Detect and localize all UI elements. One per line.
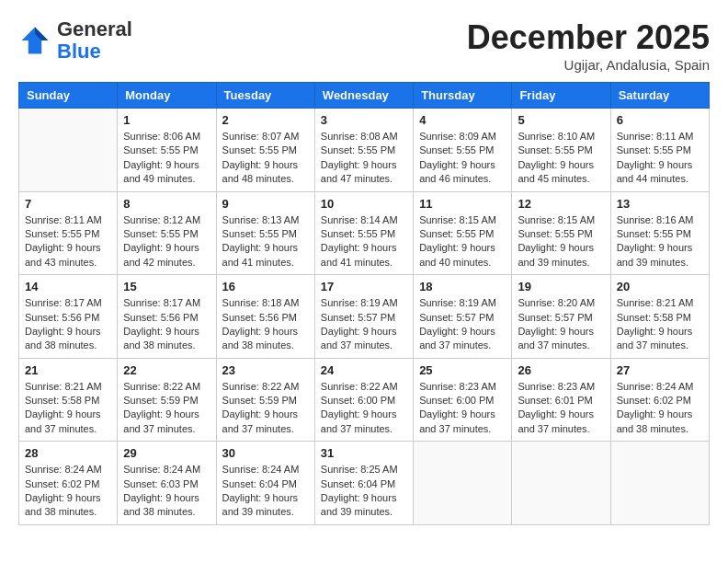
- cell-info: Sunrise: 8:11 AMSunset: 5:55 PMDaylight:…: [617, 130, 703, 187]
- calendar-cell: 26Sunrise: 8:23 AMSunset: 6:01 PMDayligh…: [512, 358, 610, 442]
- day-number: 13: [617, 197, 703, 211]
- day-number: 10: [321, 197, 407, 211]
- day-number: 1: [123, 113, 210, 127]
- calendar-cell: 12Sunrise: 8:15 AMSunset: 5:55 PMDayligh…: [512, 191, 610, 275]
- day-number: 4: [419, 113, 506, 127]
- day-number: 19: [518, 280, 604, 293]
- cell-info: Sunrise: 8:24 AMSunset: 6:02 PMDaylight:…: [617, 380, 703, 437]
- day-number: 15: [123, 280, 210, 293]
- calendar-cell: 20Sunrise: 8:21 AMSunset: 5:58 PMDayligh…: [610, 275, 709, 359]
- logo-icon: [18, 24, 51, 57]
- day-number: 8: [123, 197, 210, 211]
- weekday-header: Monday: [118, 83, 216, 109]
- calendar-cell: [610, 442, 709, 525]
- calendar-cell: 6Sunrise: 8:11 AMSunset: 5:55 PMDaylight…: [610, 109, 709, 192]
- calendar-cell: 24Sunrise: 8:22 AMSunset: 6:00 PMDayligh…: [314, 358, 413, 442]
- logo-general: General: [57, 17, 132, 40]
- calendar-cell: 17Sunrise: 8:19 AMSunset: 5:57 PMDayligh…: [314, 275, 413, 359]
- calendar-cell: [512, 442, 610, 525]
- cell-info: Sunrise: 8:07 AMSunset: 5:55 PMDaylight:…: [222, 130, 309, 187]
- cell-info: Sunrise: 8:17 AMSunset: 5:56 PMDaylight:…: [25, 296, 111, 353]
- calendar-cell: 5Sunrise: 8:10 AMSunset: 5:55 PMDaylight…: [512, 109, 610, 192]
- day-number: 31: [321, 446, 407, 460]
- cell-info: Sunrise: 8:15 AMSunset: 5:55 PMDaylight:…: [518, 213, 604, 270]
- location: Ugijar, Andalusia, Spain: [467, 57, 710, 73]
- cell-info: Sunrise: 8:22 AMSunset: 6:00 PMDaylight:…: [321, 380, 407, 437]
- day-number: 22: [123, 363, 210, 377]
- cell-info: Sunrise: 8:13 AMSunset: 5:55 PMDaylight:…: [222, 213, 309, 270]
- day-number: 28: [25, 446, 111, 460]
- calendar-cell: 7Sunrise: 8:11 AMSunset: 5:55 PMDaylight…: [19, 191, 118, 275]
- cell-info: Sunrise: 8:17 AMSunset: 5:56 PMDaylight:…: [123, 296, 210, 353]
- calendar-week-row: 1Sunrise: 8:06 AMSunset: 5:55 PMDaylight…: [19, 109, 710, 192]
- calendar-cell: 21Sunrise: 8:21 AMSunset: 5:58 PMDayligh…: [19, 358, 118, 442]
- cell-info: Sunrise: 8:21 AMSunset: 5:58 PMDaylight:…: [617, 296, 703, 353]
- day-number: 14: [25, 280, 111, 293]
- calendar-cell: 27Sunrise: 8:24 AMSunset: 6:02 PMDayligh…: [610, 358, 709, 442]
- cell-info: Sunrise: 8:18 AMSunset: 5:56 PMDaylight:…: [222, 296, 309, 353]
- day-number: 26: [518, 363, 604, 377]
- calendar-cell: 23Sunrise: 8:22 AMSunset: 5:59 PMDayligh…: [216, 358, 314, 442]
- day-number: 17: [321, 280, 407, 293]
- calendar-cell: 14Sunrise: 8:17 AMSunset: 5:56 PMDayligh…: [19, 275, 118, 359]
- weekday-header: Wednesday: [314, 83, 413, 109]
- logo-blue: Blue: [57, 40, 101, 63]
- calendar-cell: 16Sunrise: 8:18 AMSunset: 5:56 PMDayligh…: [216, 275, 314, 359]
- day-number: 25: [419, 363, 506, 377]
- cell-info: Sunrise: 8:22 AMSunset: 5:59 PMDaylight:…: [222, 380, 309, 437]
- cell-info: Sunrise: 8:22 AMSunset: 5:59 PMDaylight:…: [123, 380, 210, 437]
- cell-info: Sunrise: 8:10 AMSunset: 5:55 PMDaylight:…: [518, 130, 604, 187]
- logo-text: General Blue: [57, 18, 132, 63]
- day-number: 27: [617, 363, 703, 377]
- calendar: SundayMondayTuesdayWednesdayThursdayFrid…: [18, 82, 710, 525]
- day-number: 21: [25, 363, 111, 377]
- cell-info: Sunrise: 8:09 AMSunset: 5:55 PMDaylight:…: [419, 130, 506, 187]
- cell-info: Sunrise: 8:24 AMSunset: 6:02 PMDaylight:…: [25, 463, 111, 520]
- cell-info: Sunrise: 8:11 AMSunset: 5:55 PMDaylight:…: [25, 213, 111, 270]
- cell-info: Sunrise: 8:25 AMSunset: 6:04 PMDaylight:…: [321, 463, 407, 520]
- day-number: 24: [321, 363, 407, 377]
- weekday-header: Friday: [512, 83, 610, 109]
- cell-info: Sunrise: 8:23 AMSunset: 6:00 PMDaylight:…: [419, 380, 506, 437]
- day-number: 16: [222, 280, 309, 293]
- cell-info: Sunrise: 8:12 AMSunset: 5:55 PMDaylight:…: [123, 213, 210, 270]
- calendar-cell: 1Sunrise: 8:06 AMSunset: 5:55 PMDaylight…: [118, 109, 216, 192]
- weekday-header: Sunday: [19, 83, 118, 109]
- day-number: 29: [123, 446, 210, 460]
- cell-info: Sunrise: 8:06 AMSunset: 5:55 PMDaylight:…: [123, 130, 210, 187]
- weekday-header: Thursday: [414, 83, 512, 109]
- cell-info: Sunrise: 8:21 AMSunset: 5:58 PMDaylight:…: [25, 380, 111, 437]
- cell-info: Sunrise: 8:14 AMSunset: 5:55 PMDaylight:…: [321, 213, 407, 270]
- day-number: 7: [25, 197, 111, 211]
- calendar-cell: 19Sunrise: 8:20 AMSunset: 5:57 PMDayligh…: [512, 275, 610, 359]
- day-number: 18: [419, 280, 506, 293]
- calendar-week-row: 7Sunrise: 8:11 AMSunset: 5:55 PMDaylight…: [19, 191, 710, 275]
- day-number: 23: [222, 363, 309, 377]
- cell-info: Sunrise: 8:24 AMSunset: 6:03 PMDaylight:…: [123, 463, 210, 520]
- logo: General Blue: [18, 18, 132, 63]
- calendar-cell: 3Sunrise: 8:08 AMSunset: 5:55 PMDaylight…: [314, 109, 413, 192]
- calendar-week-row: 21Sunrise: 8:21 AMSunset: 5:58 PMDayligh…: [19, 358, 710, 442]
- calendar-week-row: 14Sunrise: 8:17 AMSunset: 5:56 PMDayligh…: [19, 275, 710, 359]
- cell-info: Sunrise: 8:23 AMSunset: 6:01 PMDaylight:…: [518, 380, 604, 437]
- day-number: 5: [518, 113, 604, 127]
- weekday-header: Tuesday: [216, 83, 314, 109]
- calendar-cell: 9Sunrise: 8:13 AMSunset: 5:55 PMDaylight…: [216, 191, 314, 275]
- cell-info: Sunrise: 8:24 AMSunset: 6:04 PMDaylight:…: [222, 463, 309, 520]
- day-number: 3: [321, 113, 407, 127]
- day-number: 30: [222, 446, 309, 460]
- cell-info: Sunrise: 8:19 AMSunset: 5:57 PMDaylight:…: [321, 296, 407, 353]
- day-number: 9: [222, 197, 309, 211]
- calendar-cell: [414, 442, 512, 525]
- weekday-header-row: SundayMondayTuesdayWednesdayThursdayFrid…: [19, 83, 710, 109]
- cell-info: Sunrise: 8:16 AMSunset: 5:55 PMDaylight:…: [617, 213, 703, 270]
- day-number: 20: [617, 280, 703, 293]
- title-block: December 2025 Ugijar, Andalusia, Spain: [467, 18, 710, 73]
- calendar-cell: 31Sunrise: 8:25 AMSunset: 6:04 PMDayligh…: [314, 442, 413, 525]
- calendar-cell: 11Sunrise: 8:15 AMSunset: 5:55 PMDayligh…: [414, 191, 512, 275]
- day-number: 12: [518, 197, 604, 211]
- calendar-cell: 29Sunrise: 8:24 AMSunset: 6:03 PMDayligh…: [118, 442, 216, 525]
- calendar-cell: 30Sunrise: 8:24 AMSunset: 6:04 PMDayligh…: [216, 442, 314, 525]
- calendar-cell: 18Sunrise: 8:19 AMSunset: 5:57 PMDayligh…: [414, 275, 512, 359]
- day-number: 11: [419, 197, 506, 211]
